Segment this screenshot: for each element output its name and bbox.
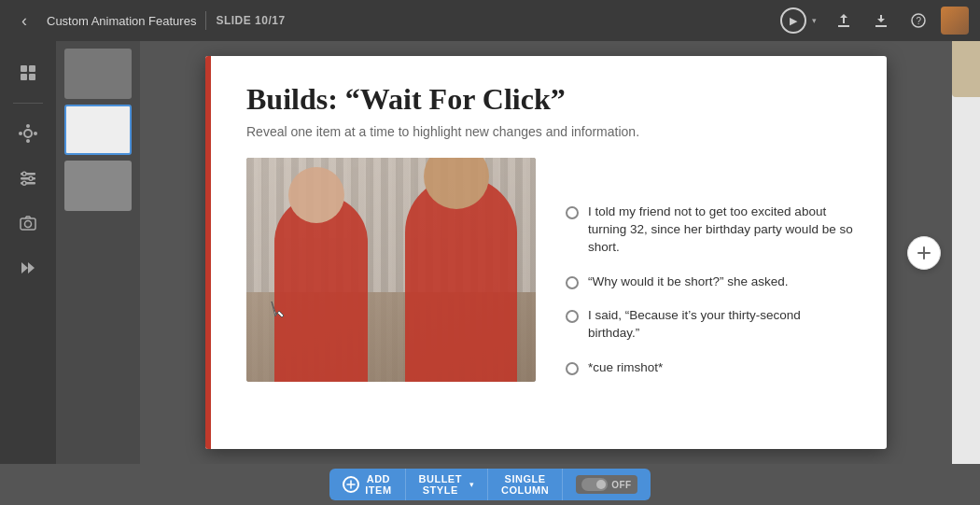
figure-left xyxy=(274,195,368,382)
bullet-item: *cue rimshot* xyxy=(566,359,853,377)
bullet-text: I told my friend not to get too excited … xyxy=(588,203,853,257)
svg-point-18 xyxy=(25,221,32,228)
play-button-group[interactable]: ▶ ▾ xyxy=(780,7,821,34)
back-button[interactable]: ‹ xyxy=(11,7,37,34)
slide-thumbnail[interactable] xyxy=(64,49,132,99)
bullet-circle xyxy=(566,206,579,219)
slide-content: Builds: “Wait For Click” Reveal one item… xyxy=(205,56,887,449)
plus-icon xyxy=(343,476,359,493)
bullet-item: I said, “Because it’s your thirty-second… xyxy=(566,307,853,343)
top-bar-right: ▶ ▾ ? xyxy=(780,6,969,35)
svg-rect-3 xyxy=(29,65,35,72)
sidebar-item-camera[interactable] xyxy=(7,203,49,244)
main-layout: Builds: “Wait For Click” Reveal one item… xyxy=(0,41,980,464)
column-label: COLUMN xyxy=(501,484,549,496)
toggle-section[interactable]: OFF xyxy=(563,469,651,500)
sidebar-item-skip[interactable] xyxy=(7,247,49,288)
svg-text:?: ? xyxy=(917,16,922,26)
slide-thumbnail[interactable] xyxy=(64,161,132,211)
add-item-button[interactable]: ADD ITEM xyxy=(329,469,405,500)
bullet-text: “Why would it be short?” she asked. xyxy=(588,274,789,291)
bullet-text: *cue rimshot* xyxy=(588,359,663,377)
toolbar-pill: ADD ITEM BULLET STYLE ▾ SINGLE COLUMN OF… xyxy=(329,469,650,500)
slide-title: Builds: “Wait For Click” xyxy=(246,82,853,117)
content-area: Builds: “Wait For Click” Reveal one item… xyxy=(140,41,952,464)
style-label: STYLE xyxy=(423,484,458,496)
left-sidebar xyxy=(0,41,56,464)
bullet-circle xyxy=(566,362,579,375)
svg-point-7 xyxy=(26,124,30,128)
bullet-circle xyxy=(566,276,579,289)
bullet-label: BULLET xyxy=(419,473,462,484)
play-dropdown-button[interactable]: ▾ xyxy=(806,7,821,34)
svg-point-15 xyxy=(29,176,33,180)
bullet-circle xyxy=(566,310,579,323)
add-slide-button[interactable] xyxy=(907,236,941,270)
slide-counter: SLIDE 10/17 xyxy=(216,14,285,27)
figure-right xyxy=(405,176,517,382)
slide-image xyxy=(246,158,536,382)
slide-image-inner xyxy=(246,158,536,382)
sidebar-item-apps[interactable] xyxy=(7,113,49,154)
avatar[interactable] xyxy=(941,7,969,35)
share-button[interactable] xyxy=(829,6,859,35)
bullet-style-dropdown-arrow: ▾ xyxy=(469,480,474,489)
bottom-toolbar: ADD ITEM BULLET STYLE ▾ SINGLE COLUMN OF… xyxy=(0,464,980,505)
sidebar-divider xyxy=(13,103,43,104)
svg-point-14 xyxy=(22,172,26,175)
slide-accent-bar xyxy=(205,56,211,449)
slide-subtitle: Reveal one item at a time to highlight n… xyxy=(246,124,853,139)
slides-panel xyxy=(56,41,140,464)
right-panel xyxy=(952,41,980,464)
slide-thumbnail-active[interactable] xyxy=(64,105,132,155)
svg-point-9 xyxy=(19,132,22,135)
slide-canvas: Builds: “Wait For Click” Reveal one item… xyxy=(205,56,887,449)
sidebar-item-grid[interactable] xyxy=(7,52,49,93)
sidebar-item-settings[interactable] xyxy=(7,158,49,199)
bullet-item: I told my friend not to get too excited … xyxy=(566,203,853,257)
item-label: ITEM xyxy=(365,484,391,496)
top-bar-left: ‹ Custom Animation Features SLIDE 10/17 xyxy=(11,7,771,34)
svg-point-16 xyxy=(22,181,26,185)
bullet-style-button[interactable]: BULLET STYLE ▾ xyxy=(406,469,488,500)
single-label: SINGLE xyxy=(505,473,546,484)
presentation-title: Custom Animation Features xyxy=(47,14,196,28)
svg-point-10 xyxy=(34,132,37,135)
right-panel-accent xyxy=(952,41,980,97)
toggle-off-label: OFF xyxy=(611,480,632,490)
slide-body: I told my friend not to get too excited … xyxy=(246,158,853,423)
title-divider xyxy=(205,11,206,30)
svg-rect-5 xyxy=(29,74,35,80)
top-bar: ‹ Custom Animation Features SLIDE 10/17 … xyxy=(0,0,980,41)
slide-bullets: I told my friend not to get too excited … xyxy=(558,158,853,423)
bullet-item: “Why would it be short?” she asked. xyxy=(566,274,853,291)
toggle-indicator xyxy=(581,478,608,491)
toggle-box[interactable]: OFF xyxy=(576,475,637,494)
help-button[interactable]: ? xyxy=(903,6,933,35)
svg-rect-2 xyxy=(21,65,27,72)
bullet-text: I said, “Because it’s your thirty-second… xyxy=(588,307,853,343)
add-label: ADD xyxy=(367,473,390,484)
svg-point-8 xyxy=(26,139,30,143)
download-button[interactable] xyxy=(866,6,896,35)
svg-rect-4 xyxy=(21,74,27,80)
play-button[interactable]: ▶ xyxy=(780,7,806,34)
svg-point-6 xyxy=(24,130,32,137)
single-column-button[interactable]: SINGLE COLUMN xyxy=(488,469,563,500)
